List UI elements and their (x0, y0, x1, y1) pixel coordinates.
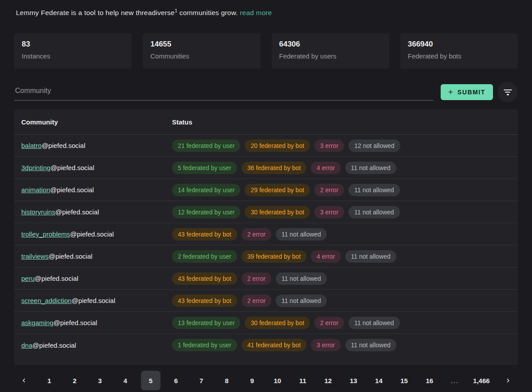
status-badge-na: 11 not allowed (345, 339, 396, 351)
page: Lemmy Federate is a tool to help new thr… (0, 0, 532, 390)
page-button[interactable]: 13 (344, 371, 363, 390)
status-badge-user: 14 federated by user (172, 184, 240, 196)
community-link[interactable]: trailviews (21, 252, 49, 260)
community-link[interactable]: dna (21, 342, 32, 349)
community-link[interactable]: 3dprinting (21, 164, 51, 171)
stat-label: Federated by bots (408, 52, 510, 60)
table-body: balatro@piefed.social21 federated by use… (14, 135, 518, 356)
page-button[interactable]: 3 (90, 371, 110, 390)
page-button[interactable]: 9 (243, 371, 262, 390)
stat-value: 83 (22, 40, 124, 49)
status-badge-bot: 20 federated by bot (245, 140, 310, 152)
community-domain: @piefed.social (55, 208, 99, 216)
column-header-status: Status (172, 118, 511, 126)
community-cell: peru@piefed.social (21, 275, 172, 282)
status-badges: 5 federated by user36 federated by bot4 … (172, 162, 511, 174)
status-badges: 21 federated by user20 federated by bot3… (172, 140, 511, 152)
community-link[interactable]: screen_addiction (21, 297, 71, 304)
next-page-button[interactable] (498, 371, 518, 390)
table-row: historyruins@piefed.social12 federated b… (14, 201, 518, 223)
status-badge-error: 2 error (242, 295, 271, 307)
status-badge-bot: 30 federated by bot (245, 317, 310, 329)
table-header: Community Status (14, 109, 518, 135)
status-badge-error: 2 error (242, 228, 271, 241)
status-badges: 43 federated by bot2 error11 not allowed (172, 228, 511, 241)
page-button[interactable]: 8 (217, 371, 236, 390)
community-domain: @piefed.social (51, 164, 94, 171)
status-badge-bot: 41 federated by bot (242, 339, 307, 351)
communities-table: Community Status balatro@piefed.social21… (14, 109, 518, 365)
stat-value: 14655 (150, 40, 253, 49)
intro-after: communities grow. (177, 9, 240, 16)
status-badges: 14 federated by user29 federated by bot2… (172, 184, 511, 196)
table-row: peru@piefed.social43 federated by bot2 e… (14, 268, 518, 290)
page-button[interactable]: 6 (166, 371, 186, 390)
page-button[interactable]: 2 (65, 371, 84, 390)
page-button[interactable]: 11 (293, 371, 313, 390)
page-button[interactable]: 15 (395, 371, 414, 390)
status-badge-bot: 29 federated by bot (245, 184, 310, 196)
filter-bar: + SUBMIT (14, 82, 518, 102)
community-link[interactable]: animation (21, 186, 50, 194)
community-link[interactable]: trolley_problems (21, 230, 70, 238)
page-button[interactable]: 16 (420, 371, 439, 390)
community-domain: @piefed.social (70, 230, 114, 238)
status-badges: 12 federated by user30 federated by bot3… (172, 206, 511, 218)
status-badges: 1 federated by user41 federated by bot3 … (172, 339, 511, 351)
page-button[interactable]: 5 (141, 371, 160, 390)
page-button[interactable]: 14 (369, 371, 388, 390)
page-button[interactable]: 1 (39, 371, 59, 390)
status-badge-error: 4 error (311, 250, 340, 263)
status-badges: 2 federated by user39 federated by bot4 … (172, 250, 511, 263)
community-cell: animation@piefed.social (21, 186, 172, 194)
table-row: dna@piefed.social1 federated by user41 f… (14, 334, 518, 356)
community-link[interactable]: peru (21, 275, 35, 282)
stat-value: 64306 (279, 40, 382, 49)
status-badge-na: 11 not allowed (348, 206, 399, 218)
community-domain: @piefed.social (49, 252, 93, 260)
status-badge-bot: 36 federated by bot (242, 162, 307, 174)
community-link[interactable]: balatro (21, 142, 42, 149)
status-badge-error: 3 error (314, 206, 344, 218)
table-row: 3dprinting@piefed.social5 federated by u… (14, 157, 518, 179)
page-button[interactable]: 4 (116, 371, 135, 390)
column-header-community: Community (21, 118, 172, 126)
status-badge-user: 13 federated by user (172, 317, 240, 329)
filter-button[interactable] (497, 82, 518, 102)
page-button[interactable]: 12 (318, 371, 338, 390)
status-badge-na: 11 not allowed (276, 228, 327, 241)
community-cell: trolley_problems@piefed.social (21, 230, 172, 238)
filter-lines-icon (504, 89, 512, 90)
community-cell: trailviews@piefed.social (21, 252, 172, 260)
search-field (14, 84, 434, 101)
status-badge-error: 3 error (311, 339, 340, 351)
table-row: askgaming@piefed.social13 federated by u… (14, 312, 518, 334)
community-domain: @piefed.social (50, 186, 94, 194)
table-row: trolley_problems@piefed.social43 federat… (14, 223, 518, 245)
community-link[interactable]: askgaming (21, 319, 54, 326)
status-badges: 43 federated by bot2 error11 not allowed (172, 295, 511, 307)
page-button[interactable]: 7 (192, 371, 211, 390)
status-badges: 43 federated by bot2 error11 not allowed (172, 272, 511, 285)
community-domain: @piefed.social (54, 319, 98, 326)
status-badge-bot: 43 federated by bot (172, 228, 237, 241)
community-search-input[interactable] (14, 84, 434, 101)
stat-label: Federated by users (279, 52, 382, 60)
stat-card-communities: 14655 Communities (143, 33, 260, 69)
status-badge-bot: 43 federated by bot (172, 272, 237, 285)
status-badge-user: 21 federated by user (172, 140, 240, 152)
table-row: screen_addiction@piefed.social43 federat… (14, 290, 518, 312)
previous-page-button[interactable] (14, 371, 34, 390)
submit-button[interactable]: + SUBMIT (441, 84, 493, 100)
page-button[interactable]: 10 (268, 371, 287, 390)
status-badge-na: 11 not allowed (345, 162, 396, 174)
stat-card-federated-bots: 366940 Federated by bots (400, 33, 518, 69)
community-link[interactable]: historyruins (21, 208, 55, 216)
read-more-link[interactable]: read more (240, 9, 272, 16)
status-badge-na: 11 not allowed (276, 295, 327, 307)
status-badge-error: 2 error (242, 272, 271, 285)
last-page-button[interactable]: 1,466 (470, 371, 493, 390)
status-badge-na: 11 not allowed (276, 272, 327, 285)
status-badge-error: 2 error (314, 317, 344, 329)
status-badge-na: 11 not allowed (348, 317, 399, 329)
